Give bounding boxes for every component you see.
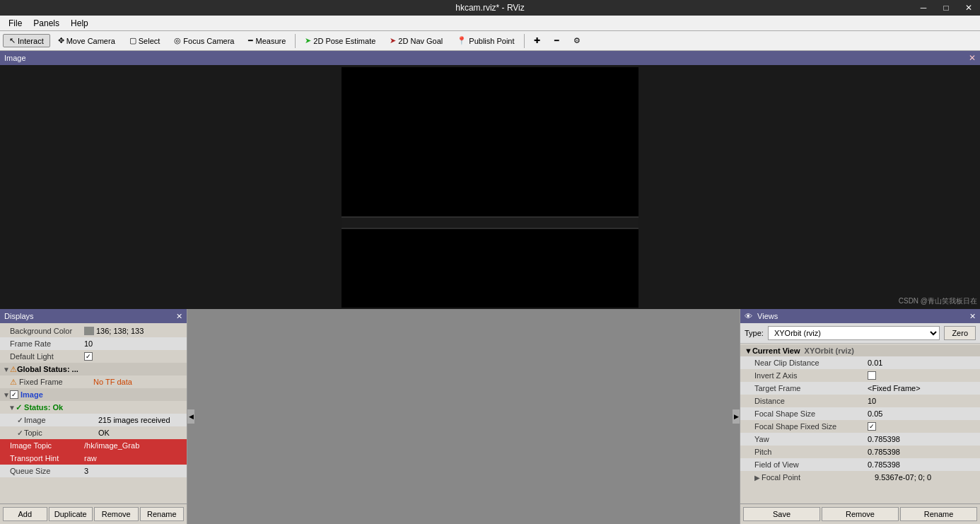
focal-shape-size-row: Focal Shape Size 0.05 — [740, 407, 980, 420]
remove-view-button[interactable]: Remove — [822, 507, 899, 521]
select-label: Select — [139, 37, 161, 45]
image-panel-title: Image — [4, 54, 26, 62]
settings-button[interactable]: ⚙ — [567, 34, 587, 47]
color-swatch[interactable] — [84, 327, 94, 335]
menu-help[interactable]: Help — [65, 17, 94, 30]
image-topic-row: Image Topic /hk/image_Grab — [0, 439, 187, 452]
target-frame-label: Target Frame — [754, 384, 868, 392]
invert-z-checkbox[interactable] — [868, 371, 876, 380]
focus-camera-button[interactable]: ◎ Focus Camera — [168, 34, 240, 47]
default-light-row: Default Light ✓ — [0, 350, 187, 363]
select-icon: ▢ — [129, 36, 136, 45]
titlebar: hkcam.rviz* - RViz ─ □ ✕ — [0, 0, 980, 16]
frame-rate-row: Frame Rate 10 — [0, 337, 187, 350]
viewport-content[interactable]: ◀ ▶ — [187, 309, 740, 524]
focal-point-expand[interactable]: ▶ — [754, 474, 762, 482]
focal-shape-fixed-row: Focal Shape Fixed Size ✓ — [740, 420, 980, 433]
expand-icon[interactable]: ▼ — [3, 366, 10, 373]
select-button[interactable]: ▢ Select — [123, 34, 167, 47]
focal-shape-fixed-label: Focal Shape Fixed Size — [754, 422, 868, 431]
image-section-checkbox[interactable]: ✓ — [10, 390, 18, 399]
viewport-arrow-left[interactable]: ◀ — [187, 409, 194, 424]
displays-header: Displays ✕ — [0, 309, 187, 323]
rename-view-button[interactable]: Rename — [900, 507, 977, 521]
image-expand-icon[interactable]: ▼ — [3, 391, 10, 399]
status-expand-icon[interactable]: ▼ — [8, 404, 16, 412]
add-button[interactable]: ✚ — [527, 34, 547, 47]
interact-icon: ↖ — [9, 36, 16, 45]
viewport-arrow-right[interactable]: ▶ — [733, 409, 740, 424]
toolbar: ↖ Interact ✥ Move Camera ▢ Select ◎ Focu… — [0, 31, 980, 51]
image-panel: Image ✕ — [0, 51, 980, 309]
displays-content[interactable]: Background Color 136; 138; 133 Frame Rat… — [0, 323, 187, 503]
measure-label: Measure — [255, 37, 286, 45]
focal-shape-size-value: 0.05 — [868, 409, 976, 418]
frame-rate-value: 10 — [84, 339, 184, 348]
move-camera-icon: ✥ — [58, 36, 64, 45]
main-layout: Image ✕ — [0, 51, 980, 524]
transport-hint-label: Transport Hint — [10, 454, 84, 462]
menu-file[interactable]: File — [3, 17, 28, 30]
top-section: Image ✕ — [0, 51, 980, 309]
views-footer: Save Remove Rename — [740, 503, 980, 524]
image-count-row: ✓ Image 215 images received — [0, 414, 187, 426]
field-of-view-value: 0.785398 — [868, 460, 976, 469]
current-view-header[interactable]: ▼ Current View XYOrbit (rviz) — [740, 345, 980, 356]
close-button[interactable]: ✕ — [957, 0, 980, 16]
focal-shape-fixed-checkbox[interactable]: ✓ — [868, 422, 876, 431]
image-panel-header: Image ✕ — [0, 51, 980, 65]
topic-check-icon: ✓ — [17, 429, 24, 437]
views-type-select[interactable]: XYOrbit (rviz) Orbit (rviz) TopDownOrtho… — [768, 326, 940, 340]
global-status-row: ▼ ⚠ Global Status: ... — [0, 363, 187, 375]
transport-hint-value: raw — [84, 454, 184, 462]
minimize-button[interactable]: ─ — [912, 0, 935, 16]
publish-point-button[interactable]: 📍 Publish Point — [450, 34, 520, 47]
displays-panel: Displays ✕ Background Color 136; 138; 13… — [0, 309, 187, 524]
image-topic-label: Image Topic — [10, 441, 84, 450]
duplicate-display-button[interactable]: Duplicate — [49, 507, 93, 521]
interact-button[interactable]: ↖ Interact — [3, 34, 50, 47]
background-color-row: Background Color 136; 138; 133 — [0, 325, 187, 337]
maximize-button[interactable]: □ — [935, 0, 957, 16]
move-camera-button[interactable]: ✥ Move Camera — [52, 34, 122, 47]
near-clip-label: Near Clip Distance — [754, 359, 868, 367]
image-section-label: Image — [21, 390, 95, 399]
nav-goal-button[interactable]: ➤ 2D Nav Goal — [383, 34, 449, 47]
toolbar-separator2 — [524, 34, 525, 48]
displays-footer: Add Duplicate Remove Rename — [0, 503, 187, 524]
publish-point-icon: 📍 — [457, 36, 467, 45]
queue-size-row: Queue Size 3 — [0, 465, 187, 477]
default-light-checkbox[interactable]: ✓ — [84, 352, 93, 361]
move-camera-label: Move Camera — [66, 37, 115, 45]
pitch-row: Pitch 0.785398 — [740, 446, 980, 458]
measure-button[interactable]: ━ Measure — [242, 34, 292, 47]
status-ok-section: ▼ ✓ Status: Ok — [0, 401, 187, 414]
menu-panels[interactable]: Panels — [28, 17, 65, 30]
displays-close[interactable]: ✕ — [176, 312, 182, 321]
zero-button[interactable]: Zero — [944, 326, 976, 340]
add-display-button[interactable]: Add — [3, 507, 47, 521]
image-topic-value: /hk/image_Grab — [84, 441, 184, 450]
image-panel-close[interactable]: ✕ — [969, 53, 976, 63]
rename-display-button[interactable]: Rename — [140, 507, 185, 521]
remove-button[interactable]: ━ — [548, 34, 566, 47]
pose-estimate-icon: ➤ — [305, 36, 311, 45]
nav-goal-label: 2D Nav Goal — [398, 37, 443, 45]
remove-display-button[interactable]: Remove — [94, 507, 139, 521]
current-view-expand-icon: ▼ — [745, 347, 752, 355]
focal-point-row: ▶ Focal Point 9.5367e-07; 0; 0 — [740, 471, 980, 484]
toolbar-separator — [295, 34, 296, 48]
save-view-button[interactable]: Save — [743, 507, 820, 521]
focus-camera-icon: ◎ — [174, 36, 181, 45]
image-section-row: ▼ ✓ Image — [0, 388, 187, 401]
views-header: 👁 Views ✕ — [740, 309, 980, 323]
add-icon: ✚ — [534, 36, 540, 45]
pitch-value: 0.785398 — [868, 448, 976, 456]
viewport-panel: ◀ ▶ — [187, 309, 740, 524]
focal-point-label: Focal Point — [762, 473, 875, 482]
pose-estimate-button[interactable]: ➤ 2D Pose Estimate — [298, 34, 382, 47]
displays-title: Displays — [4, 312, 34, 320]
remove-icon: ━ — [554, 36, 559, 45]
views-close[interactable]: ✕ — [969, 312, 976, 321]
near-clip-value: 0.01 — [868, 359, 976, 367]
